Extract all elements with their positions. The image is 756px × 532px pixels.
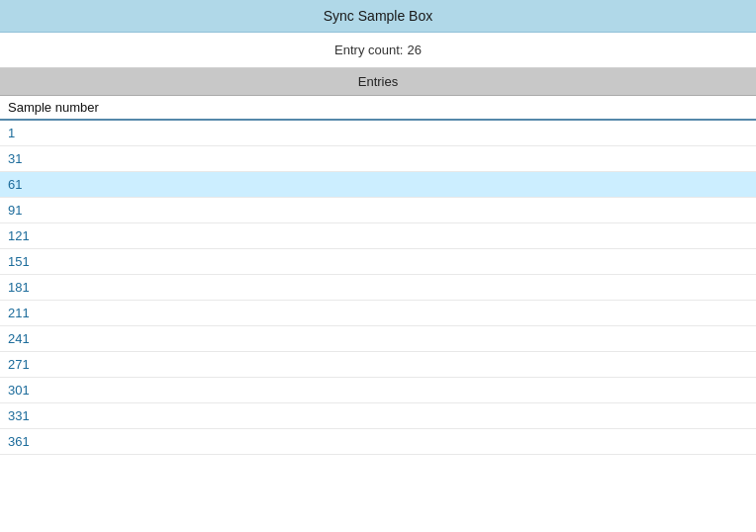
sample-number-cell: 1 [0,120,756,146]
sample-number-cell: 31 [0,146,756,172]
table-row[interactable]: 121 [0,223,756,249]
sample-number-cell: 211 [0,301,756,326]
sample-number-cell: 91 [0,198,756,223]
table-row[interactable]: 271 [0,352,756,378]
sample-number-cell: 121 [0,223,756,249]
table-row[interactable]: 301 [0,378,756,403]
column-header-sample-number: Sample number [0,96,756,120]
sample-number-cell: 61 [0,172,756,198]
table-container[interactable]: Sample number 13161911211511812112412713… [0,96,756,520]
table-row[interactable]: 181 [0,275,756,301]
table-row[interactable]: 1 [0,120,756,146]
sample-number-cell: 331 [0,403,756,429]
entries-header-label: Entries [358,74,398,89]
sample-number-cell: 241 [0,326,756,352]
entry-count-value: 26 [407,43,421,57]
sample-number-cell: 151 [0,249,756,275]
sample-number-cell: 181 [0,275,756,301]
sample-number-cell: 361 [0,429,756,455]
table-row[interactable]: 211 [0,301,756,326]
table-row[interactable]: 331 [0,403,756,429]
entries-header: Entries [0,68,756,96]
table-row[interactable]: 361 [0,429,756,455]
sample-table: Sample number 13161911211511812112412713… [0,96,756,455]
table-row[interactable]: 61 [0,172,756,198]
sample-number-cell: 301 [0,378,756,403]
title-label: Sync Sample Box [324,8,433,24]
table-row[interactable]: 241 [0,326,756,352]
table-row[interactable]: 31 [0,146,756,172]
title-bar: Sync Sample Box [0,0,756,33]
entry-count-label: Entry count: [334,43,403,57]
sample-number-cell: 271 [0,352,756,378]
entry-count-row: Entry count: 26 [0,33,756,68]
table-row[interactable]: 91 [0,198,756,223]
table-row[interactable]: 151 [0,249,756,275]
